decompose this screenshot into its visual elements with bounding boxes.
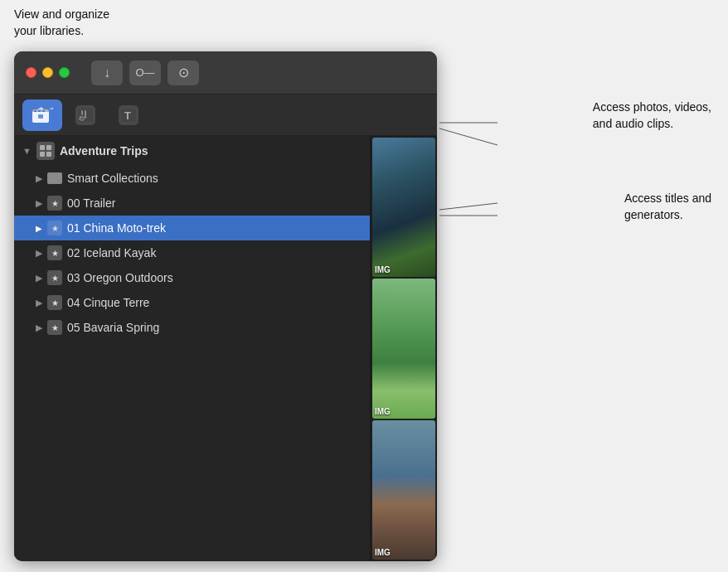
annotation-titles: Access titles and generators. bbox=[624, 191, 711, 223]
audio-button[interactable]: ♪ bbox=[66, 99, 105, 131]
chevron-right-icon-2: ▶ bbox=[36, 198, 42, 209]
library-header[interactable]: ▼ Adventure Trips bbox=[14, 136, 370, 166]
smart-collections-label: Smart Collections bbox=[67, 172, 158, 185]
star-badge-iceland: ★ bbox=[47, 245, 62, 260]
check-button[interactable]: ⊙ bbox=[167, 61, 199, 85]
title-bar-buttons: ↓ O— ⊙ bbox=[91, 61, 199, 85]
star-badge-bavaria: ★ bbox=[47, 320, 62, 335]
sidebar-item-china[interactable]: ▶ ★ 01 China Moto-trek bbox=[14, 216, 370, 240]
thumb-label-1: IMG bbox=[375, 265, 391, 274]
movies-button[interactable] bbox=[22, 99, 62, 131]
svg-rect-17 bbox=[85, 110, 86, 119]
chevron-right-icon: ▶ bbox=[36, 173, 42, 184]
close-button[interactable] bbox=[26, 67, 36, 78]
audio-icon: ♪ bbox=[74, 104, 97, 127]
annotation-photos-line2: and audio clips. bbox=[593, 117, 673, 130]
annotation-titles-line1: Access titles and bbox=[624, 191, 711, 205]
svg-marker-5 bbox=[37, 107, 44, 109]
download-icon: ↓ bbox=[104, 65, 110, 80]
check-icon: ⊙ bbox=[178, 65, 189, 80]
sidebar-item-bavaria[interactable]: ▶ ★ 05 Bavaria Spring bbox=[14, 315, 370, 340]
svg-text:T: T bbox=[124, 109, 131, 122]
title-bar: ↓ O— ⊙ bbox=[14, 51, 437, 95]
sidebar: ▼ Adventure Trips ▶ bbox=[14, 136, 371, 561]
svg-rect-7 bbox=[34, 110, 36, 112]
chevron-right-icon-3: ▶ bbox=[36, 248, 42, 259]
svg-line-3 bbox=[439, 203, 497, 210]
svg-rect-24 bbox=[46, 145, 51, 150]
star-badge-oregon: ★ bbox=[47, 270, 62, 285]
library-grid-icon bbox=[36, 142, 55, 160]
bavaria-label: 05 Bavaria Spring bbox=[67, 321, 159, 334]
oregon-label: 03 Oregon Outdoors bbox=[67, 271, 173, 284]
sidebar-item-oregon[interactable]: ▶ ★ 03 Oregon Outdoors bbox=[14, 265, 370, 290]
svg-line-1 bbox=[439, 128, 497, 145]
sidebar-item-cinque[interactable]: ▶ ★ 04 Cinque Terre bbox=[14, 290, 370, 315]
titles-icon: T bbox=[117, 104, 140, 127]
key-icon: O— bbox=[135, 66, 154, 79]
folder-icon bbox=[47, 172, 62, 184]
media-thumb-1[interactable]: IMG bbox=[372, 138, 435, 277]
star-badge-trailer: ★ bbox=[47, 196, 62, 211]
media-toolbar: ♪ T bbox=[14, 95, 437, 136]
media-panel: IMG IMG IMG bbox=[371, 136, 437, 561]
key-button[interactable]: O— bbox=[129, 61, 161, 85]
svg-text:♪: ♪ bbox=[78, 114, 81, 121]
annotation-titles-line2: generators. bbox=[624, 208, 683, 221]
chevron-down-icon: ▼ bbox=[22, 146, 32, 156]
tooltip-top: View and organize your libraries. bbox=[14, 7, 109, 39]
svg-rect-26 bbox=[46, 152, 51, 157]
app-window: ↓ O— ⊙ bbox=[14, 51, 437, 561]
minimize-button[interactable] bbox=[42, 67, 53, 78]
svg-rect-18 bbox=[81, 110, 83, 115]
star-badge-cinque: ★ bbox=[47, 295, 62, 310]
media-thumb-2[interactable]: IMG bbox=[372, 279, 435, 418]
cinque-label: 04 Cinque Terre bbox=[67, 296, 149, 309]
china-label: 01 China Moto-trek bbox=[67, 221, 166, 235]
trailer-label: 00 Trailer bbox=[67, 196, 115, 210]
content-area: ▼ Adventure Trips ▶ bbox=[14, 136, 437, 561]
download-button[interactable]: ↓ bbox=[91, 61, 123, 85]
thumb-label-3: IMG bbox=[375, 548, 391, 557]
svg-rect-11 bbox=[38, 114, 43, 119]
thumb-label-2: IMG bbox=[375, 407, 391, 416]
titles-button[interactable]: T bbox=[109, 99, 148, 131]
svg-rect-23 bbox=[40, 145, 45, 150]
svg-rect-25 bbox=[40, 152, 45, 157]
annotation-photos-line1: Access photos, videos, bbox=[593, 100, 711, 114]
media-thumb-3[interactable]: IMG bbox=[372, 420, 435, 560]
svg-rect-8 bbox=[38, 110, 41, 112]
iceland-label: 02 Iceland Kayak bbox=[67, 246, 156, 259]
library-name: Adventure Trips bbox=[60, 144, 148, 158]
tooltip-line1: View and organize bbox=[14, 7, 109, 21]
chevron-right-icon-4: ▶ bbox=[36, 273, 42, 284]
sidebar-item-smart-collections[interactable]: ▶ Smart Collections bbox=[14, 166, 370, 191]
tooltip-line2: your libraries. bbox=[14, 24, 84, 37]
svg-marker-10 bbox=[49, 107, 53, 109]
sidebar-item-iceland[interactable]: ▶ ★ 02 Iceland Kayak bbox=[14, 240, 370, 265]
chevron-right-icon-6: ▶ bbox=[36, 322, 42, 333]
sidebar-item-trailer[interactable]: ▶ ★ 00 Trailer bbox=[14, 191, 370, 216]
maximize-button[interactable] bbox=[59, 67, 70, 78]
annotation-photos: Access photos, videos, and audio clips. bbox=[593, 99, 711, 132]
chevron-right-icon-5: ▶ bbox=[36, 298, 42, 308]
movies-icon bbox=[32, 106, 53, 124]
play-icon-china: ▶ bbox=[36, 224, 42, 233]
star-badge-china: ★ bbox=[47, 221, 62, 235]
traffic-lights bbox=[26, 67, 70, 78]
svg-rect-9 bbox=[42, 110, 45, 112]
